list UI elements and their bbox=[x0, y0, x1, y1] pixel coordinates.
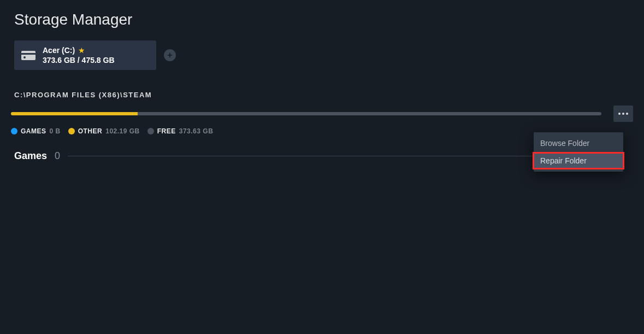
menu-item-browse-folder[interactable]: Browse Folder bbox=[534, 134, 623, 152]
legend-value: 373.63 GB bbox=[179, 127, 214, 135]
legend-label: OTHER bbox=[78, 127, 103, 135]
drive-card[interactable]: Acer (C:) ★ 373.6 GB / 475.8 GB bbox=[14, 40, 156, 70]
more-options-button[interactable] bbox=[613, 106, 633, 122]
legend-label: FREE bbox=[157, 127, 176, 135]
star-icon: ★ bbox=[78, 46, 85, 54]
legend-games: GAMES 0 B bbox=[11, 127, 61, 135]
add-drive-button[interactable]: + bbox=[164, 49, 176, 61]
page-title: Storage Manager bbox=[0, 0, 644, 28]
drive-usage: 373.6 GB / 475.8 GB bbox=[43, 56, 115, 65]
usage-bar bbox=[11, 112, 601, 115]
install-path: C:\PROGRAM FILES (X86)\STEAM bbox=[14, 91, 644, 99]
legend-value: 102.19 GB bbox=[105, 127, 140, 135]
plus-icon: + bbox=[167, 50, 172, 60]
dot-icon bbox=[68, 128, 75, 134]
menu-item-repair-folder[interactable]: Repair Folder bbox=[534, 152, 623, 169]
drive-name: Acer (C:) bbox=[43, 46, 75, 55]
legend-other: OTHER 102.19 GB bbox=[68, 127, 140, 135]
drive-icon bbox=[21, 51, 36, 60]
dot-icon bbox=[11, 128, 17, 134]
dot-icon bbox=[147, 128, 154, 134]
legend-value: 0 B bbox=[50, 127, 61, 135]
legend-label: GAMES bbox=[21, 127, 46, 135]
games-count: 0 bbox=[55, 150, 60, 162]
games-heading: Games bbox=[14, 150, 47, 162]
usage-fill-other bbox=[11, 112, 138, 115]
legend-free: FREE 373.63 GB bbox=[147, 127, 214, 135]
context-menu: Browse Folder Repair Folder bbox=[534, 132, 623, 172]
